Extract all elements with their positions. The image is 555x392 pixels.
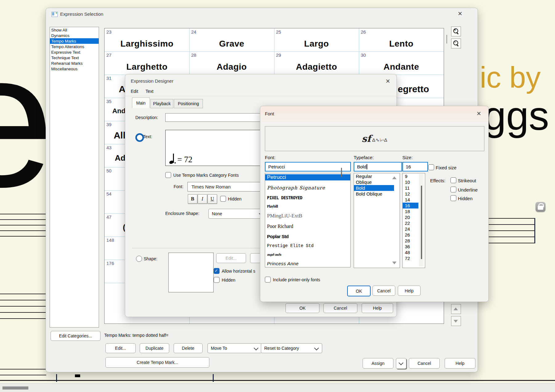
font-list-scrollbar[interactable]: [341, 168, 342, 177]
text-radio[interactable]: [135, 133, 144, 142]
size-scrollbar-thumb[interactable]: [421, 186, 422, 259]
menu-text[interactable]: Text: [146, 89, 154, 94]
hidden2-checkbox[interactable]: [214, 277, 220, 283]
font-list-item-princess-anne[interactable]: Princess Anne: [265, 261, 350, 266]
scroll-down-icon[interactable]: [392, 262, 397, 264]
expression-cell-28[interactable]: 28Adagio: [189, 52, 274, 75]
underline-button[interactable]: U: [208, 194, 217, 204]
typeface-input[interactable]: Bold: [354, 162, 402, 171]
reset-to-category-dropdown[interactable]: Reset to Category: [261, 343, 322, 353]
expression-cell-23[interactable]: 23Larghissimo: [105, 28, 189, 52]
close-icon[interactable]: ×: [477, 110, 481, 117]
font-list-item-prestige-elite-std[interactable]: Prestige Elite Std: [265, 243, 350, 248]
size-item-72[interactable]: 72: [403, 255, 418, 261]
expression-cell-24[interactable]: 24Grave: [189, 28, 274, 52]
expression-cell-25[interactable]: 25Largo: [274, 28, 359, 52]
size-item-48[interactable]: 48: [403, 250, 418, 255]
expression-cell-29[interactable]: 29Adagietto: [274, 52, 359, 75]
size-item-14[interactable]: 14: [403, 197, 418, 203]
size-item-20[interactable]: 20: [403, 214, 418, 220]
assign-button[interactable]: Assign: [363, 358, 393, 369]
size-item-26[interactable]: 26: [403, 232, 418, 238]
tab-playback[interactable]: Playback: [150, 99, 173, 108]
use-category-fonts-checkbox[interactable]: [165, 172, 171, 178]
help-button[interactable]: Help: [362, 303, 393, 313]
category-item-miscellaneous[interactable]: Miscellaneous: [50, 66, 99, 72]
category-item-technique-text[interactable]: Technique Text: [50, 55, 99, 60]
font-list-item-playbill[interactable]: Playbill: [265, 204, 350, 208]
duplicate-button[interactable]: Duplicate: [140, 343, 169, 353]
move-to-dropdown[interactable]: Move To: [208, 343, 262, 353]
category-item-tempo-marks[interactable]: Tempo Marks: [50, 38, 99, 44]
size-input[interactable]: 16: [402, 162, 428, 171]
size-item-28[interactable]: 28: [403, 238, 418, 244]
size-item-12[interactable]: 12: [403, 191, 418, 197]
include-printer-fonts-checkbox[interactable]: [265, 277, 271, 283]
typeface-item-regular[interactable]: Regular: [354, 173, 394, 179]
font-list-item-poplar-std[interactable]: Poplar Std: [265, 234, 350, 239]
scroll-up-button[interactable]: [451, 304, 461, 314]
scroll-down-button[interactable]: [451, 316, 461, 326]
cancel-button[interactable]: Cancel: [372, 286, 395, 296]
size-item-22[interactable]: 22: [403, 220, 418, 226]
expression-cell-30[interactable]: 30Andante: [359, 52, 444, 75]
bold-button[interactable]: B: [188, 194, 197, 204]
fixed-size-checkbox[interactable]: [428, 164, 434, 170]
font-list-item-pixel-destroyed[interactable]: PIXEL DESTROYED: [265, 195, 350, 200]
size-item-18[interactable]: 18: [403, 208, 418, 214]
edit-shape-button[interactable]: Edit...: [216, 253, 246, 263]
enclosure-shape-dropdown[interactable]: None: [208, 209, 268, 219]
zoom-in-button[interactable]: +: [451, 27, 461, 36]
size-item-16[interactable]: 16: [403, 203, 418, 208]
category-item-tempo-alterations[interactable]: Tempo Alterations: [50, 44, 99, 49]
typeface-item-oblique[interactable]: Oblique: [354, 179, 394, 185]
underline-checkbox[interactable]: [450, 187, 456, 192]
create-tempo-mark-button[interactable]: Create Tempo Mark...: [105, 357, 209, 368]
bottom-scrollbar-thumb[interactable]: [2, 386, 28, 390]
italic-button[interactable]: I: [198, 194, 207, 204]
font-name-input[interactable]: Petrucci: [265, 162, 351, 171]
size-scrollbar-track[interactable]: [419, 174, 424, 266]
font-list-item-photograph-signature[interactable]: Photograph Signature: [265, 185, 350, 191]
category-item-dynamics[interactable]: Dynamics: [50, 33, 99, 38]
font-list-item-poor-richard[interactable]: Poor Richard: [265, 224, 350, 229]
size-item-11[interactable]: 11: [403, 185, 418, 191]
close-icon[interactable]: ×: [458, 10, 462, 17]
font-list-item-mpf-mfs[interactable]: mpf-mfs: [265, 253, 350, 256]
font-list-item-petrucci[interactable]: Petrucci: [265, 174, 350, 180]
size-item-10[interactable]: 10: [403, 179, 418, 185]
size-item-9[interactable]: 9: [403, 173, 418, 179]
typeface-item-bold-oblique[interactable]: Bold Oblique: [354, 191, 394, 197]
typeface-item-bold[interactable]: Bold: [354, 185, 394, 191]
shape-radio[interactable]: [136, 256, 142, 262]
hidden-checkbox[interactable]: [220, 196, 226, 202]
font-list-item-pmingliu-extb[interactable]: PMingLiU-ExtB: [265, 213, 350, 219]
tab-positioning[interactable]: Positioning: [174, 99, 203, 108]
grid-scrollbar[interactable]: [446, 35, 447, 43]
edit-categories-button[interactable]: Edit Categories...: [51, 331, 101, 341]
help-button[interactable]: Help: [398, 286, 421, 296]
tab-main[interactable]: Main: [132, 97, 150, 108]
close-icon[interactable]: ×: [386, 78, 390, 84]
assign-dropdown-button[interactable]: [396, 358, 406, 369]
category-item-expressive-text[interactable]: Expressive Text: [50, 49, 99, 55]
category-item-rehearsal-marks[interactable]: Rehearsal Marks: [50, 60, 99, 66]
delete-button[interactable]: Delete: [174, 343, 203, 353]
edit-button[interactable]: Edit...: [105, 343, 136, 353]
size-item-24[interactable]: 24: [403, 226, 418, 232]
menu-edit[interactable]: Edit: [131, 89, 138, 94]
scroll-up-icon[interactable]: [392, 176, 397, 179]
size-item-36[interactable]: 36: [403, 244, 418, 250]
zoom-out-button[interactable]: −: [451, 39, 461, 48]
cancel-button[interactable]: Cancel: [409, 358, 440, 369]
hidden-checkbox[interactable]: [450, 195, 456, 201]
shape-preview-box[interactable]: [168, 253, 214, 292]
allow-horizontal-checkbox[interactable]: [214, 268, 220, 274]
ok-button[interactable]: OK: [347, 286, 371, 296]
cancel-button[interactable]: Cancel: [323, 303, 357, 313]
help-button[interactable]: Help: [445, 358, 475, 369]
category-item-show-all[interactable]: Show All: [50, 27, 99, 33]
expression-cell-27[interactable]: 27Larghetto: [105, 52, 189, 75]
ok-button[interactable]: OK: [286, 303, 319, 313]
expression-cell-26[interactable]: 26Lento: [359, 28, 444, 52]
